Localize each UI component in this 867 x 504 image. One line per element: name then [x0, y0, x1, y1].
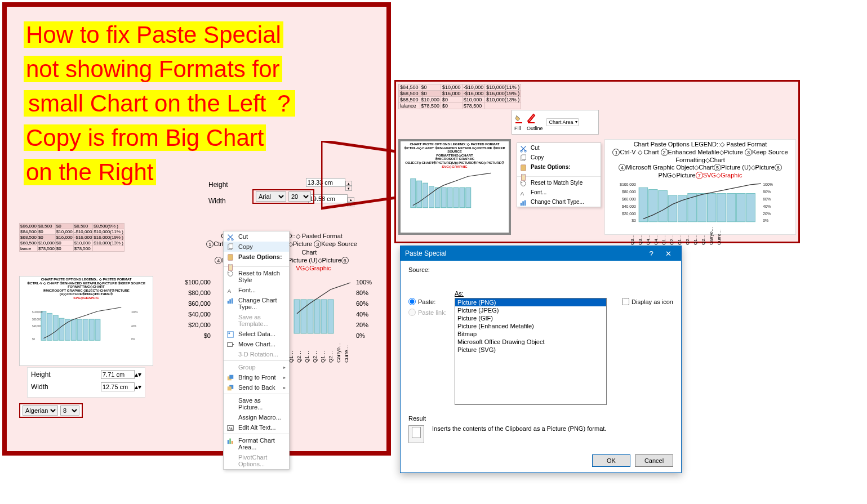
paste-radio[interactable]: Paste:	[408, 298, 448, 305]
copy-icon	[226, 243, 234, 251]
result-label: Result	[408, 415, 673, 422]
ctx-cut[interactable]: Cut	[224, 231, 289, 242]
format-option[interactable]: Bitmap	[455, 330, 606, 338]
svg-text:100%: 100%	[763, 182, 773, 186]
svg-text:$0: $0	[632, 218, 636, 222]
svg-rect-29	[229, 264, 232, 266]
cut-icon	[519, 145, 527, 153]
small-chart[interactable]: CHART PASTE OPTIONS LEGEND:: ◇ PASTED FO…	[19, 276, 153, 366]
svg-text:$60,000: $60,000	[622, 197, 636, 200]
big-ctx-cut[interactable]: Cut	[517, 143, 601, 153]
ctx-reset[interactable]: Reset to Match Style	[224, 268, 289, 285]
format-listbox[interactable]: Picture (PNG) Picture (JPEG) Picture (GI…	[455, 298, 607, 405]
ctx-group: Group▸	[224, 362, 289, 372]
ctx-send-to-back[interactable]: Send to Back▸	[224, 382, 289, 393]
format-option[interactable]: Picture (GIF)	[455, 314, 606, 322]
ctx-change-chart-type[interactable]: Change Chart Type...	[224, 295, 289, 312]
svg-rect-22	[328, 300, 334, 333]
paste-icon	[519, 164, 527, 172]
big-ctx-change-chart-type[interactable]: Change Chart Type...	[517, 197, 601, 207]
format-option[interactable]: Picture (SVG)	[455, 346, 606, 354]
ctx-format-chart-area[interactable]: Format Chart Area...	[224, 435, 289, 452]
svg-rect-65	[522, 174, 524, 176]
format-option[interactable]: Microsoft Office Drawing Object	[455, 338, 606, 346]
svg-text:40%: 40%	[131, 325, 136, 328]
big-ctx-font[interactable]: AFont...	[517, 188, 601, 197]
svg-rect-91	[727, 193, 736, 221]
chart-area-dropdown[interactable]: Chart Area	[546, 118, 579, 126]
svg-text:$80,000: $80,000	[32, 318, 42, 320]
big-fontsize-select[interactable]: 20	[288, 191, 311, 202]
svg-rect-7	[83, 319, 88, 340]
format-option[interactable]: Picture (JPEG)	[455, 306, 606, 314]
cancel-button[interactable]: Cancel	[635, 454, 673, 467]
svg-rect-90	[717, 193, 726, 221]
dialog-title: Paste Special	[405, 249, 446, 257]
spinner[interactable]: ▴▾	[135, 371, 141, 378]
svg-rect-40	[228, 386, 232, 390]
big-main-chart[interactable]: Chart Paste Options LEGEND::◇ Pasted For…	[604, 139, 796, 235]
ctx-assign-macro[interactable]: Assign Macro...	[224, 412, 289, 422]
ctx-copy[interactable]: Copy	[224, 242, 289, 252]
small-width-label: Width	[31, 383, 48, 391]
big-font-select[interactable]: Arial	[256, 191, 286, 202]
center-xaxis: Q1… Q2… Q1… Q2… Q1… Q2… Carryo… Curre…	[288, 342, 349, 363]
mini-toolbar[interactable]: Fill Outline Chart Area	[512, 110, 599, 135]
svg-rect-52	[429, 186, 434, 208]
svg-rect-6	[77, 319, 82, 340]
ctx-bring-to-front[interactable]: Bring to Front▸	[224, 372, 289, 382]
outline-button[interactable]: Outline	[527, 113, 543, 131]
svg-text:$40,000: $40,000	[32, 325, 42, 328]
big-ctx-copy[interactable]: Copy	[517, 153, 601, 162]
big-font-box: Arial 20	[252, 189, 314, 204]
ctx-move-chart[interactable]: Move Chart...	[224, 339, 289, 349]
svg-rect-53	[435, 188, 440, 208]
source-label: Source:	[408, 266, 673, 273]
group-icon	[226, 364, 234, 372]
fill-button[interactable]: Fill	[514, 113, 523, 131]
display-icon-checkbox[interactable]	[622, 298, 629, 305]
small-width-input[interactable]	[101, 382, 135, 391]
close-button[interactable]: ✕	[660, 249, 677, 258]
ok-button[interactable]: OK	[592, 454, 630, 467]
callout-box: How to fix Paste Special not showing For…	[2, 2, 391, 456]
spinner[interactable]: ▴▾	[348, 197, 354, 207]
result-text: Inserts the contents of the Clipboard as…	[432, 425, 606, 432]
big-ctx-paste-clipboard[interactable]	[517, 172, 601, 175]
ctx-save-picture[interactable]: Save as Picture...	[224, 395, 289, 412]
callout-text: How to fix Paste Special not showing For…	[24, 18, 373, 189]
big-ctx-reset[interactable]: Reset to Match Style	[517, 178, 601, 188]
ctx-font[interactable]: AFont...	[224, 285, 289, 295]
big-height-input[interactable]	[306, 178, 345, 187]
dialog-titlebar[interactable]: Paste Special ? ✕	[401, 246, 681, 261]
big-context-menu: Cut Copy Paste Options: Reset to Match S…	[517, 142, 601, 207]
small-font-select[interactable]: Algerian	[23, 405, 58, 416]
format-option[interactable]: Picture (PNG)	[455, 298, 606, 306]
svg-rect-88	[697, 193, 706, 221]
svg-rect-18	[301, 300, 306, 333]
svg-rect-3	[59, 318, 64, 340]
cut-icon	[226, 233, 234, 241]
spinner[interactable]: ▴▾	[135, 383, 141, 391]
help-button[interactable]: ?	[643, 249, 660, 258]
center-yaxis: $100,000$80,000$60,000 $40,000$20,000$0	[185, 277, 211, 341]
svg-rect-48	[528, 122, 535, 123]
svg-text:$40,000: $40,000	[622, 204, 636, 208]
display-icon-label: Display as icon	[632, 298, 673, 305]
send-back-icon	[226, 384, 234, 392]
format-option[interactable]: Picture (Enhanced Metafile)	[455, 322, 606, 330]
ctx-select-data[interactable]: Select Data...	[224, 329, 289, 339]
svg-text:$20,000: $20,000	[622, 211, 636, 215]
alt-text-icon: Alt	[226, 424, 234, 432]
ctx-edit-alt-text[interactable]: AltEdit Alt Text...	[224, 422, 289, 432]
small-fontsize-select[interactable]: 8	[60, 405, 79, 416]
big-thumb-title: CHART PASTE OPTIONS LEGEND::◇ PASTED FOR…	[402, 142, 508, 168]
svg-rect-57	[460, 188, 465, 208]
big-height-label: Height	[208, 181, 228, 189]
ctx-paste-clipboard[interactable]	[224, 262, 289, 265]
big-thumb-chart[interactable]: CHART PASTE OPTIONS LEGEND::◇ PASTED FOR…	[398, 139, 511, 235]
svg-text:20%: 20%	[763, 211, 771, 215]
spinner[interactable]: ▴▾	[345, 181, 352, 191]
small-height-input[interactable]	[101, 370, 135, 379]
svg-rect-27	[228, 255, 233, 261]
